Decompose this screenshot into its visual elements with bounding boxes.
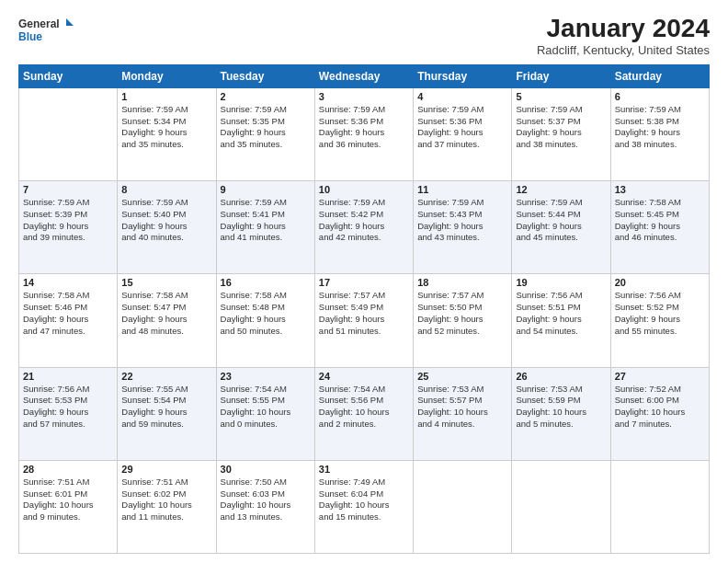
calendar-cell: 20Sunrise: 7:56 AM Sunset: 5:52 PM Dayli…: [610, 274, 709, 367]
day-info: Sunrise: 7:59 AM Sunset: 5:42 PM Dayligh…: [319, 197, 409, 244]
calendar-cell: 12Sunrise: 7:59 AM Sunset: 5:44 PM Dayli…: [512, 181, 610, 274]
day-number: 4: [417, 91, 507, 102]
svg-text:General: General: [18, 17, 60, 30]
calendar-cell: 9Sunrise: 7:59 AM Sunset: 5:41 PM Daylig…: [216, 181, 314, 274]
day-number: 18: [417, 277, 507, 288]
day-number: 31: [319, 464, 409, 475]
day-number: 6: [615, 91, 705, 102]
day-number: 9: [221, 184, 311, 195]
day-number: 1: [121, 91, 211, 102]
calendar-cell: 11Sunrise: 7:59 AM Sunset: 5:43 PM Dayli…: [414, 181, 512, 274]
calendar-cell: [414, 460, 512, 553]
day-number: 11: [417, 184, 507, 195]
day-info: Sunrise: 7:59 AM Sunset: 5:38 PM Dayligh…: [615, 104, 705, 151]
title-block: January 2024 Radcliff, Kentucky, United …: [537, 15, 710, 57]
calendar-cell: 25Sunrise: 7:53 AM Sunset: 5:57 PM Dayli…: [414, 367, 512, 460]
calendar-week-row: 7Sunrise: 7:59 AM Sunset: 5:39 PM Daylig…: [19, 181, 710, 274]
day-info: Sunrise: 7:56 AM Sunset: 5:52 PM Dayligh…: [615, 290, 705, 337]
day-number: 15: [121, 277, 211, 288]
day-number: 2: [221, 91, 311, 102]
logo-svg: General Blue: [18, 15, 74, 48]
calendar-header-day: Sunday: [19, 64, 118, 87]
calendar-cell: 2Sunrise: 7:59 AM Sunset: 5:35 PM Daylig…: [216, 87, 314, 180]
calendar-cell: 3Sunrise: 7:59 AM Sunset: 5:36 PM Daylig…: [314, 87, 413, 180]
page-title: January 2024: [537, 15, 710, 43]
day-number: 7: [23, 184, 113, 195]
day-info: Sunrise: 7:53 AM Sunset: 5:57 PM Dayligh…: [417, 384, 507, 431]
calendar-cell: 6Sunrise: 7:59 AM Sunset: 5:38 PM Daylig…: [610, 87, 709, 180]
page-subtitle: Radcliff, Kentucky, United States: [537, 43, 710, 57]
day-info: Sunrise: 7:52 AM Sunset: 6:00 PM Dayligh…: [615, 384, 705, 431]
day-info: Sunrise: 7:51 AM Sunset: 6:01 PM Dayligh…: [23, 477, 113, 523]
day-number: 17: [319, 277, 409, 288]
calendar-cell: 10Sunrise: 7:59 AM Sunset: 5:42 PM Dayli…: [314, 181, 413, 274]
calendar-cell: 17Sunrise: 7:57 AM Sunset: 5:49 PM Dayli…: [314, 274, 413, 367]
day-info: Sunrise: 7:59 AM Sunset: 5:36 PM Dayligh…: [319, 104, 409, 151]
day-info: Sunrise: 7:59 AM Sunset: 5:41 PM Dayligh…: [221, 197, 311, 244]
day-number: 25: [417, 371, 507, 382]
day-info: Sunrise: 7:49 AM Sunset: 6:04 PM Dayligh…: [319, 477, 409, 523]
day-info: Sunrise: 7:58 AM Sunset: 5:47 PM Dayligh…: [121, 290, 211, 337]
calendar-cell: 22Sunrise: 7:55 AM Sunset: 5:54 PM Dayli…: [118, 367, 216, 460]
day-number: 16: [221, 277, 311, 288]
calendar-week-row: 21Sunrise: 7:56 AM Sunset: 5:53 PM Dayli…: [19, 367, 710, 460]
calendar-week-row: 14Sunrise: 7:58 AM Sunset: 5:46 PM Dayli…: [19, 274, 710, 367]
day-number: 13: [615, 184, 705, 195]
day-number: 10: [319, 184, 409, 195]
day-number: 12: [516, 184, 606, 195]
calendar-cell: 18Sunrise: 7:57 AM Sunset: 5:50 PM Dayli…: [414, 274, 512, 367]
calendar-cell: 30Sunrise: 7:50 AM Sunset: 6:03 PM Dayli…: [216, 460, 314, 553]
calendar-cell: 4Sunrise: 7:59 AM Sunset: 5:36 PM Daylig…: [414, 87, 512, 180]
day-number: 19: [516, 277, 606, 288]
day-number: 24: [319, 371, 409, 382]
day-number: 5: [516, 91, 606, 102]
day-info: Sunrise: 7:59 AM Sunset: 5:35 PM Dayligh…: [221, 104, 311, 151]
calendar-week-row: 1Sunrise: 7:59 AM Sunset: 5:34 PM Daylig…: [19, 87, 710, 180]
day-info: Sunrise: 7:59 AM Sunset: 5:44 PM Dayligh…: [516, 197, 606, 244]
calendar-cell: 1Sunrise: 7:59 AM Sunset: 5:34 PM Daylig…: [118, 87, 216, 180]
calendar-cell: 31Sunrise: 7:49 AM Sunset: 6:04 PM Dayli…: [314, 460, 413, 553]
day-number: 3: [319, 91, 409, 102]
day-info: Sunrise: 7:58 AM Sunset: 5:46 PM Dayligh…: [23, 290, 113, 337]
calendar-header-day: Tuesday: [216, 64, 314, 87]
day-info: Sunrise: 7:59 AM Sunset: 5:34 PM Dayligh…: [121, 104, 211, 151]
header: General Blue January 2024 Radcliff, Kent…: [18, 15, 710, 57]
calendar-cell: 16Sunrise: 7:58 AM Sunset: 5:48 PM Dayli…: [216, 274, 314, 367]
day-info: Sunrise: 7:59 AM Sunset: 5:37 PM Dayligh…: [516, 104, 606, 151]
calendar-cell: [19, 87, 118, 180]
calendar-header-day: Friday: [512, 64, 610, 87]
day-info: Sunrise: 7:56 AM Sunset: 5:51 PM Dayligh…: [516, 290, 606, 337]
day-info: Sunrise: 7:59 AM Sunset: 5:36 PM Dayligh…: [417, 104, 507, 151]
calendar-header-day: Wednesday: [314, 64, 413, 87]
day-info: Sunrise: 7:54 AM Sunset: 5:56 PM Dayligh…: [319, 384, 409, 431]
calendar-header-day: Saturday: [610, 64, 709, 87]
calendar-cell: 5Sunrise: 7:59 AM Sunset: 5:37 PM Daylig…: [512, 87, 610, 180]
day-info: Sunrise: 7:50 AM Sunset: 6:03 PM Dayligh…: [221, 477, 311, 523]
calendar-cell: 24Sunrise: 7:54 AM Sunset: 5:56 PM Dayli…: [314, 367, 413, 460]
day-info: Sunrise: 7:57 AM Sunset: 5:49 PM Dayligh…: [319, 290, 409, 337]
day-number: 21: [23, 371, 113, 382]
calendar-header-day: Monday: [118, 64, 216, 87]
calendar-cell: 7Sunrise: 7:59 AM Sunset: 5:39 PM Daylig…: [19, 181, 118, 274]
day-info: Sunrise: 7:57 AM Sunset: 5:50 PM Dayligh…: [417, 290, 507, 337]
calendar-cell: 14Sunrise: 7:58 AM Sunset: 5:46 PM Dayli…: [19, 274, 118, 367]
calendar-cell: [610, 460, 709, 553]
calendar-table: SundayMondayTuesdayWednesdayThursdayFrid…: [18, 64, 710, 554]
calendar-cell: 23Sunrise: 7:54 AM Sunset: 5:55 PM Dayli…: [216, 367, 314, 460]
day-info: Sunrise: 7:51 AM Sunset: 6:02 PM Dayligh…: [121, 477, 211, 523]
svg-marker-2: [66, 18, 74, 26]
day-number: 23: [221, 371, 311, 382]
day-info: Sunrise: 7:54 AM Sunset: 5:55 PM Dayligh…: [221, 384, 311, 431]
calendar-cell: 21Sunrise: 7:56 AM Sunset: 5:53 PM Dayli…: [19, 367, 118, 460]
calendar-cell: 27Sunrise: 7:52 AM Sunset: 6:00 PM Dayli…: [610, 367, 709, 460]
calendar-cell: 8Sunrise: 7:59 AM Sunset: 5:40 PM Daylig…: [118, 181, 216, 274]
calendar-cell: 19Sunrise: 7:56 AM Sunset: 5:51 PM Dayli…: [512, 274, 610, 367]
day-number: 22: [121, 371, 211, 382]
calendar-cell: 15Sunrise: 7:58 AM Sunset: 5:47 PM Dayli…: [118, 274, 216, 367]
calendar-cell: 29Sunrise: 7:51 AM Sunset: 6:02 PM Dayli…: [118, 460, 216, 553]
day-info: Sunrise: 7:58 AM Sunset: 5:45 PM Dayligh…: [615, 197, 705, 244]
calendar-cell: [512, 460, 610, 553]
svg-text:Blue: Blue: [18, 30, 42, 43]
day-info: Sunrise: 7:53 AM Sunset: 5:59 PM Dayligh…: [516, 384, 606, 431]
day-number: 26: [516, 371, 606, 382]
